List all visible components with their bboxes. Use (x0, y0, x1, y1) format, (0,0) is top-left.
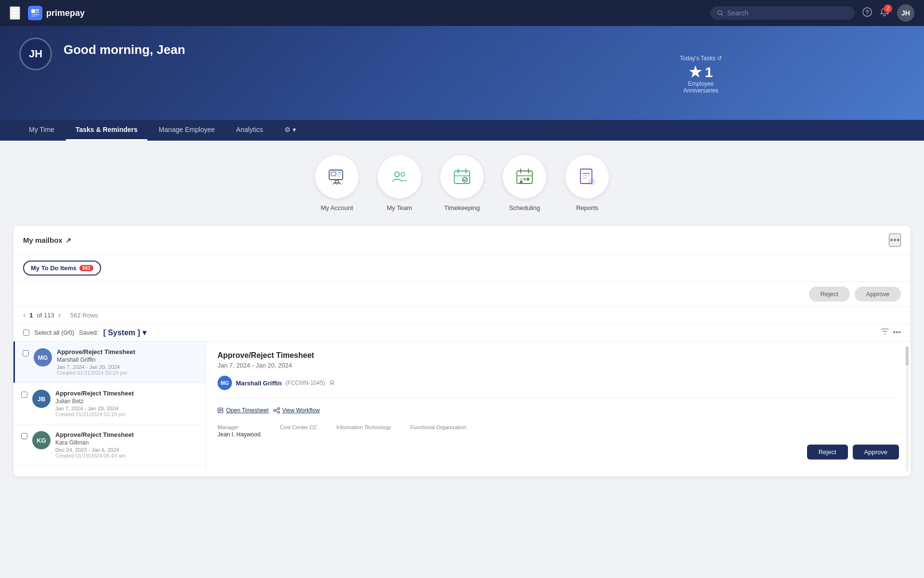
mailbox-menu-button[interactable]: ••• (889, 234, 901, 247)
mailbox-link-icon[interactable]: ↗ (65, 236, 71, 244)
brand-logo[interactable]: primepay (28, 6, 85, 20)
list-item-avatar: KG (32, 431, 51, 449)
todo-count-badge: 562 (79, 265, 93, 271)
list-item[interactable]: MG Approve/Reject Timesheet Marshall Gri… (13, 342, 205, 383)
person-link-icon[interactable] (329, 379, 335, 387)
list-item-created: Created 01/21/2024 03:10 pm (55, 411, 198, 417)
list-item-avatar: MG (34, 348, 52, 367)
my-account-icon (326, 166, 347, 187)
select-all-checkbox[interactable] (23, 329, 29, 336)
reject-button-detail[interactable]: Reject (807, 445, 848, 460)
view-workflow-button[interactable]: View Workflow (273, 404, 320, 417)
filter-icon[interactable] (881, 328, 889, 337)
svg-line-45 (276, 409, 278, 410)
help-button[interactable]: ? (862, 7, 872, 19)
search-bar[interactable] (710, 6, 855, 20)
list-item-title: Approve/Reject Timesheet (55, 390, 198, 397)
list-item[interactable]: JB Approve/Reject Timesheet Julian Betz … (13, 383, 205, 424)
list-item-created: Created 01/19/2024 06:43 am (55, 453, 198, 459)
next-page-button[interactable]: › (58, 311, 61, 319)
page-current: 1 (29, 312, 33, 319)
detail-divider (218, 398, 899, 398)
svg-rect-22 (517, 171, 532, 184)
svg-point-15 (395, 172, 399, 177)
svg-point-44 (278, 411, 280, 413)
mailbox-tabs: My To Do Items 562 (13, 255, 911, 282)
svg-line-46 (276, 411, 278, 412)
meta-func-org: Functional Organization (411, 424, 466, 438)
list-options-icon[interactable]: ••• (893, 328, 901, 337)
scrollbar-thumb[interactable] (906, 346, 909, 366)
quick-link-timekeeping[interactable]: Timekeeping (440, 155, 484, 211)
notification-badge: 2 (884, 4, 892, 13)
approve-button-detail[interactable]: Approve (853, 445, 899, 460)
scheduling-label: Scheduling (509, 204, 540, 211)
approve-button-top[interactable]: Approve (855, 287, 901, 302)
quick-link-scheduling[interactable]: Scheduling (503, 155, 546, 211)
list-item-checkbox[interactable] (23, 350, 29, 356)
quick-link-reports[interactable]: ! Reports (565, 155, 609, 211)
mailbox-pagination: ‹ 1 of 113 › 562 Rows (13, 307, 911, 324)
user-avatar[interactable]: JH (897, 4, 914, 22)
open-timesheet-button[interactable]: Open Timesheet (218, 404, 269, 417)
list-item-checkbox[interactable] (21, 392, 27, 398)
tab-settings[interactable]: ⚙ ▾ (275, 120, 306, 141)
list-item[interactable]: KG Approve/Reject Timesheet Kara Gillman… (13, 424, 205, 466)
hero-greeting: Good morning, Jean (64, 38, 185, 57)
tab-analytics[interactable]: Analytics (227, 120, 273, 141)
list-item-name: Marshall Griffin (57, 356, 198, 363)
quick-link-my-account[interactable]: My Account (315, 155, 359, 211)
svg-rect-2 (36, 12, 39, 13)
tab-manage-employee[interactable]: Manage Employee (149, 120, 225, 141)
mailbox-body: MG Approve/Reject Timesheet Marshall Gri… (13, 342, 911, 476)
my-account-label: My Account (321, 204, 353, 211)
scheduling-icon (514, 166, 535, 187)
list-item-content: Approve/Reject Timesheet Julian Betz Jan… (55, 390, 198, 417)
list-item-checkbox[interactable] (21, 433, 27, 439)
detail-person-id: (FCC6IN-1045) (285, 380, 325, 386)
svg-point-26 (520, 178, 523, 181)
detail-action-links: Open Timesheet View Workflow (218, 404, 899, 417)
detail-person-avatar: MG (218, 376, 232, 390)
detail-person-name[interactable]: Marshall Griffin (236, 380, 282, 387)
saved-label: Saved: (79, 329, 98, 336)
svg-rect-3 (31, 14, 39, 15)
svg-rect-17 (454, 171, 470, 184)
svg-point-14 (335, 180, 339, 184)
svg-point-28 (526, 178, 529, 181)
list-item-name: Kara Gillman (55, 439, 198, 446)
svg-rect-1 (36, 9, 39, 11)
svg-rect-4 (31, 16, 36, 17)
meta-info-tech-label: Information Technology (336, 424, 391, 430)
tasks-widget[interactable]: Today's Tasks ↺ ★ 1 Employee Anniversari… (680, 55, 722, 94)
reports-label: Reports (576, 204, 598, 211)
search-icon (717, 10, 723, 16)
select-all-label: Select all (0/0) (34, 329, 74, 336)
list-item-created: Created 01/21/2024 03:10 pm (57, 370, 198, 376)
search-input[interactable] (727, 9, 848, 17)
mailbox-detail-panel: Approve/Reject Timesheet Jan 7, 2024 - J… (206, 342, 911, 476)
timekeeping-icon-circle (440, 155, 484, 198)
meta-manager: Manager Jean I. Haywood (218, 424, 260, 438)
hamburger-menu[interactable]: ☰ (10, 6, 20, 20)
tab-tasks-reminders[interactable]: Tasks & Reminders (66, 120, 147, 141)
svg-text:?: ? (865, 9, 869, 16)
meta-manager-value: Jean I. Haywood (218, 431, 260, 438)
quick-link-my-team[interactable]: My Team (378, 155, 421, 211)
tab-my-time[interactable]: My Time (19, 120, 64, 141)
mailbox-title: My mailbox ↗ (23, 236, 71, 244)
prev-page-button[interactable]: ‹ (23, 311, 26, 319)
reports-icon-circle: ! (565, 155, 609, 198)
todo-items-tab[interactable]: My To Do Items 562 (23, 261, 101, 276)
tasks-count: ★ 1 (680, 64, 722, 80)
hero-banner: JH Good morning, Jean Today's Tasks ↺ ★ … (0, 26, 924, 120)
my-team-icon (389, 166, 410, 187)
tasks-sub1: Employee (680, 80, 722, 87)
timekeeping-icon (451, 166, 473, 187)
saved-system-dropdown[interactable]: [ System ] ▾ (103, 328, 146, 337)
list-item-title: Approve/Reject Timesheet (57, 348, 198, 355)
reject-button-top[interactable]: Reject (809, 287, 850, 302)
notifications-button[interactable]: 2 (880, 7, 889, 19)
meta-manager-label: Manager (218, 424, 260, 430)
top-navigation: ☰ primepay ? (0, 0, 924, 26)
